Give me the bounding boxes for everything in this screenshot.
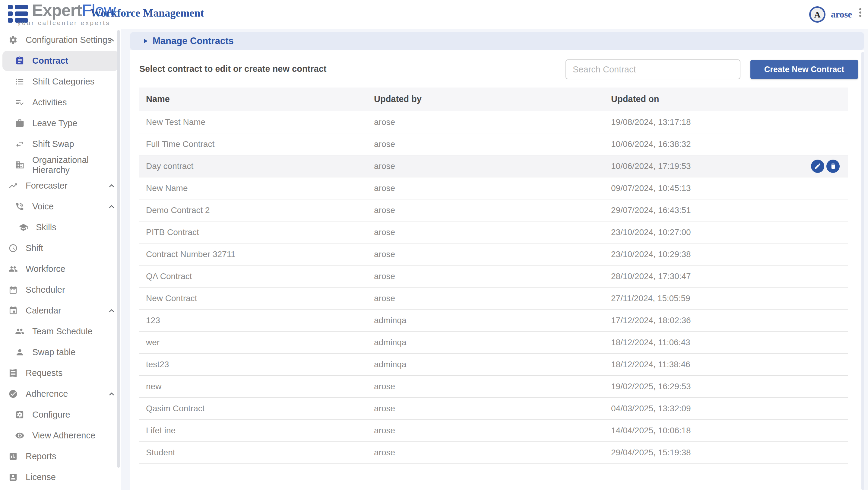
sidebar-item-shift-swap[interactable]: Shift Swap [0, 134, 121, 154]
delete-button[interactable] [826, 160, 840, 173]
sidebar-item-label: Workforce [26, 264, 65, 274]
settings-app-icon [15, 410, 25, 419]
sidebar-item-label: Configure [32, 410, 70, 420]
sidebar-item-swap-table[interactable]: Swap table [0, 342, 121, 363]
table-row[interactable]: 123 adminqa 17/12/2024, 18:02:36 [139, 309, 848, 331]
sidebar-item-adherence[interactable]: Adherence [0, 384, 121, 404]
contract-name-cell: New Name [139, 177, 374, 199]
sidebar-item-shift[interactable]: Shift [0, 238, 121, 258]
contract-name-cell: New Contract [139, 287, 374, 309]
edit-button[interactable] [811, 160, 824, 173]
table-row[interactable]: Day contract arose 10/06/2024, 17:19:53 [139, 155, 848, 177]
avatar-initial: A [814, 10, 820, 20]
sidebar-scrollbar[interactable] [117, 30, 120, 468]
trending-up-icon [8, 181, 18, 190]
sidebar-item-configure[interactable]: Configure [0, 404, 121, 425]
sidebar-item-voice[interactable]: Voice [0, 196, 121, 217]
chevron-up-icon [107, 35, 116, 45]
receipt-icon [8, 368, 18, 378]
app-header: ExpertFlow your callcenter experts Workf… [0, 0, 868, 29]
table-row[interactable]: Student arose 29/04/2025, 15:19:38 [139, 441, 848, 463]
sidebar-item-label: Leave Type [32, 118, 77, 128]
sidebar-item-organizational-hierarchy[interactable]: Organizational Hierarchy [0, 154, 121, 175]
table-row[interactable]: test23 adminqa 18/12/2024, 11:38:46 [139, 353, 848, 375]
chart-icon [8, 452, 18, 461]
sidebar-item-label: Configuration Settings [26, 35, 112, 45]
table-header-row: Name Updated by Updated on [139, 88, 848, 111]
sidebar-item-workforce[interactable]: Workforce [0, 258, 121, 279]
clock-icon [8, 244, 18, 253]
table-row[interactable]: new arose 19/02/2025, 16:29:53 [139, 375, 848, 397]
table-row[interactable]: Full Time Contract arose 10/06/2024, 16:… [139, 133, 848, 155]
kebab-menu-icon[interactable] [857, 8, 863, 18]
sidebar-item-label: Organizational Hierarchy [32, 155, 121, 175]
sidebar-item-shift-categories[interactable]: Shift Categories [0, 71, 121, 92]
assignment-icon [15, 56, 25, 65]
sidebar-item-label: Skills [36, 222, 56, 232]
chevron-up-icon [107, 389, 116, 399]
updated-on-cell: 17/12/2024, 18:02:36 [611, 316, 691, 325]
sidebar-item-configuration-settings[interactable]: Configuration Settings [0, 30, 121, 51]
updated-on-cell: 23/10/2024, 10:29:38 [611, 249, 691, 259]
updated-on-cell: 14/04/2025, 10:06:18 [611, 426, 691, 435]
manage-contracts-bar[interactable]: Manage Contracts [130, 32, 864, 50]
sidebar-item-label: Voice [32, 202, 54, 212]
table-row[interactable]: LifeLine arose 14/04/2025, 10:06:18 [139, 419, 848, 441]
calendar-event-icon [8, 306, 18, 315]
sidebar-item-requests[interactable]: Requests [0, 363, 121, 384]
search-contract-input[interactable] [565, 59, 740, 79]
updated-by-cell: arose [374, 265, 611, 287]
page-scrollbar[interactable] [861, 52, 864, 490]
sidebar-item-reports[interactable]: Reports [0, 446, 121, 467]
sidebar-item-label: Swap table [32, 347, 76, 357]
table-row[interactable]: Qasim Contract arose 04/03/2025, 13:32:0… [139, 397, 848, 419]
contract-name-cell: PITB Contract [139, 221, 374, 243]
group-icon [8, 264, 18, 274]
school-icon [19, 223, 28, 232]
sidebar-item-scheduler[interactable]: Scheduler [0, 279, 121, 300]
check-circle-icon [8, 389, 18, 399]
updated-by-cell: arose [374, 243, 611, 265]
table-row[interactable]: PITB Contract arose 23/10/2024, 10:27:00 [139, 221, 848, 243]
updated-on-cell: 28/10/2024, 17:30:47 [611, 272, 691, 281]
group-icon [15, 327, 25, 336]
contract-name-cell: wer [139, 331, 374, 353]
sidebar-item-contract[interactable]: Contract [0, 51, 121, 71]
phone-icon [15, 202, 25, 211]
table-row[interactable]: wer adminqa 18/12/2024, 11:06:43 [139, 331, 848, 353]
contract-table-body: New Test Name arose 19/08/2024, 13:17:18… [139, 111, 848, 463]
table-row[interactable]: New Contract arose 27/11/2024, 15:05:59 [139, 287, 848, 309]
sidebar-item-leave-type[interactable]: Leave Type [0, 113, 121, 134]
sidebar-item-view-adherence[interactable]: View Adherence [0, 425, 121, 446]
eye-icon [15, 431, 25, 440]
sidebar-item-label: Calendar [26, 306, 61, 316]
table-row[interactable]: Contract Number 32711 arose 23/10/2024, … [139, 243, 848, 265]
table-row[interactable]: New Test Name arose 19/08/2024, 13:17:18 [139, 111, 848, 133]
work-icon [15, 119, 25, 128]
sidebar: Configuration Settings Contract Shift Ca… [0, 29, 121, 490]
sidebar-item-label: Reports [26, 451, 56, 461]
contract-name-cell: New Test Name [139, 111, 374, 133]
table-row[interactable]: New Name arose 09/07/2024, 10:45:13 [139, 177, 848, 199]
list-icon [15, 77, 25, 86]
table-row[interactable]: QA Contract arose 28/10/2024, 17:30:47 [139, 265, 848, 287]
playlist-check-icon [15, 98, 25, 107]
sidebar-item-activities[interactable]: Activities [0, 92, 121, 113]
updated-by-cell: arose [374, 375, 611, 397]
updated-by-cell: arose [374, 177, 611, 199]
sidebar-item-skills[interactable]: Skills [0, 217, 121, 238]
sidebar-item-label: Adherence [26, 389, 68, 399]
sidebar-item-calendar[interactable]: Calendar [0, 300, 121, 321]
logo-tagline: your callcenter experts [18, 19, 111, 27]
table-row[interactable]: Demo Contract 2 arose 29/07/2024, 16:43:… [139, 199, 848, 221]
sidebar-item-label: Requests [26, 368, 63, 378]
avatar[interactable]: A [809, 6, 826, 23]
sidebar-item-forecaster[interactable]: Forecaster [0, 175, 121, 196]
page-subtitle: Select contract to edit or create new co… [140, 64, 326, 74]
updated-on-cell: 29/04/2025, 15:19:38 [611, 448, 691, 457]
updated-by-cell: arose [374, 155, 611, 177]
chevron-up-icon [107, 306, 116, 316]
sidebar-item-team-schedule[interactable]: Team Schedule [0, 321, 121, 342]
sidebar-item-license[interactable]: License [0, 467, 121, 488]
create-new-contract-button[interactable]: Create New Contract [750, 60, 858, 79]
